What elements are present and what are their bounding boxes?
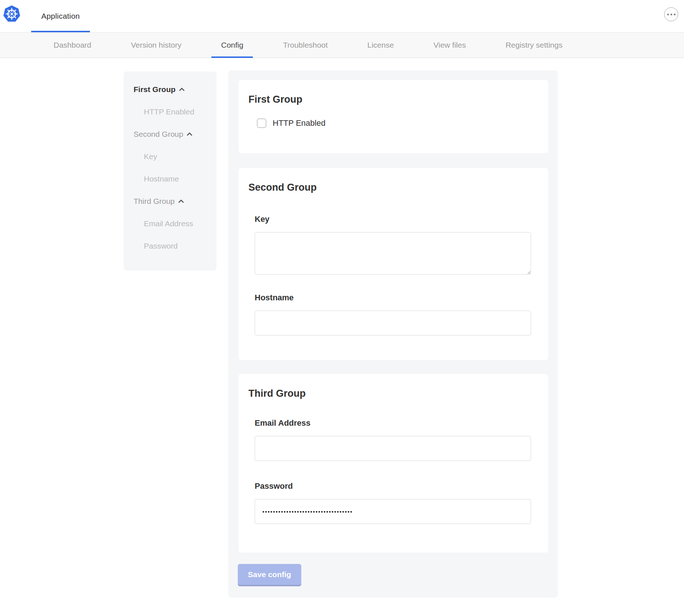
group-title: Third Group <box>248 374 548 399</box>
sidebar-item-label: Password <box>144 241 178 251</box>
email-address-label: Email Address <box>255 418 548 428</box>
config-group-card-first: First Group HTTP Enabled <box>239 80 548 153</box>
config-group-card-third: Third Group Email Address Password <box>239 374 548 553</box>
password-label: Password <box>255 481 548 491</box>
app-header: Application <box>0 0 684 32</box>
tab-registry-settings[interactable]: Registry settings <box>496 33 572 58</box>
ellipsis-menu-button[interactable] <box>664 7 678 21</box>
chevron-up-icon <box>187 132 193 138</box>
sidebar-item-label: First Group <box>134 85 175 94</box>
ellipsis-icon <box>667 14 669 15</box>
config-sidebar: First Group HTTP Enabled Second Group Ke… <box>124 72 217 271</box>
sidebar-item-label: Hostname <box>144 174 179 184</box>
sidebar-item-label: Third Group <box>134 197 175 206</box>
email-address-input[interactable] <box>255 436 531 461</box>
sidebar-item-password[interactable]: Password <box>124 241 217 251</box>
chevron-up-icon <box>179 88 185 94</box>
sidebar-item-email-address[interactable]: Email Address <box>124 219 217 228</box>
sidebar-item-label: Email Address <box>144 219 193 228</box>
nav-tabbar: Dashboard Version history Config Trouble… <box>0 32 684 58</box>
sidebar-item-third-group[interactable]: Third Group <box>124 197 217 206</box>
hostname-label: Hostname <box>255 293 548 302</box>
sidebar-item-label: Key <box>144 152 157 161</box>
sidebar-item-first-group[interactable]: First Group <box>124 85 217 94</box>
tab-troubleshoot[interactable]: Troubleshoot <box>273 33 337 58</box>
config-page: Application Dashboard Version history Co… <box>0 0 684 616</box>
key-label: Key <box>255 214 548 224</box>
sidebar-item-key[interactable]: Key <box>124 152 217 161</box>
sidebar-item-label: Second Group <box>134 129 183 139</box>
tab-dashboard[interactable]: Dashboard <box>44 33 101 58</box>
http-enabled-field: HTTP Enabled <box>257 118 548 128</box>
password-input[interactable] <box>255 499 531 524</box>
sidebar-item-http-enabled[interactable]: HTTP Enabled <box>124 107 217 117</box>
kubernetes-logo-icon <box>3 5 21 23</box>
sidebar-item-label: HTTP Enabled <box>144 107 194 117</box>
app-title-tab[interactable]: Application <box>31 0 90 32</box>
tab-config[interactable]: Config <box>211 33 253 58</box>
sidebar-item-second-group[interactable]: Second Group <box>124 129 217 139</box>
tab-version-history[interactable]: Version history <box>121 33 191 58</box>
config-group-card-second: Second Group Key Hostname <box>239 168 548 360</box>
group-title: First Group <box>248 80 548 105</box>
tab-license[interactable]: License <box>358 33 403 58</box>
group-title: Second Group <box>248 168 548 193</box>
save-config-button[interactable]: Save config <box>238 564 301 585</box>
tab-view-files[interactable]: View files <box>424 33 475 58</box>
chevron-up-icon <box>178 199 184 205</box>
key-textarea[interactable] <box>255 232 531 275</box>
sidebar-item-hostname[interactable]: Hostname <box>124 174 217 184</box>
http-enabled-checkbox[interactable] <box>257 118 266 128</box>
hostname-input[interactable] <box>255 311 531 336</box>
http-enabled-label[interactable]: HTTP Enabled <box>273 118 325 128</box>
config-form-area: First Group HTTP Enabled Second Group Ke… <box>228 70 558 598</box>
